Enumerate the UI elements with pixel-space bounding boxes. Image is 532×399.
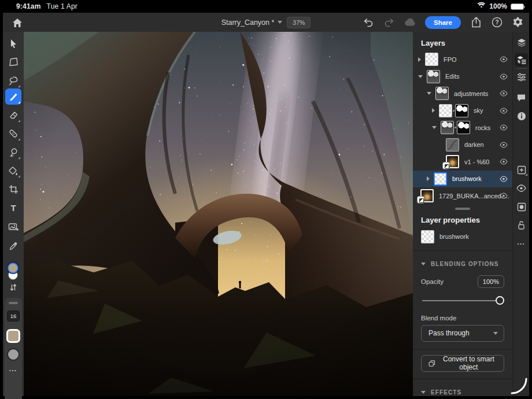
brush-color-swatch[interactable] [6, 329, 20, 343]
eraser-tool[interactable] [5, 107, 21, 123]
opacity-slider-knob[interactable] [496, 296, 504, 305]
disclosure-icon[interactable] [432, 126, 437, 129]
swap-colors-button[interactable] [5, 279, 21, 295]
layer-mask-thumbnail[interactable] [455, 104, 468, 117]
visibility-eye-icon[interactable] [500, 141, 508, 148]
home-button[interactable] [11, 16, 24, 29]
visibility-eye-icon[interactable] [500, 73, 508, 80]
disclosure-icon[interactable] [418, 75, 423, 78]
brush-tool[interactable] [5, 88, 21, 105]
layer-mask-thumbnail[interactable] [457, 121, 470, 134]
panel-resize-handle[interactable] [455, 208, 470, 210]
convert-to-smart-object-button[interactable]: Convert to smart object [421, 355, 504, 372]
opacity-value-field[interactable]: 100% [478, 275, 504, 288]
move-tool[interactable] [5, 35, 21, 51]
layer-thumbnail[interactable] [435, 87, 449, 100]
canvas-artwork [24, 32, 413, 396]
layers-stack-icon [517, 38, 526, 47]
effects-header[interactable]: EFFECTS [413, 382, 512, 398]
document-canvas[interactable] [24, 32, 413, 396]
visibility-eye-icon[interactable] [500, 90, 508, 97]
transform-tool-icon [9, 57, 19, 66]
chevron-down-icon [278, 21, 282, 24]
status-time: 9:41am [16, 2, 41, 10]
eyedropper-tool[interactable] [5, 238, 21, 254]
layer-properties-panel-button[interactable] [515, 53, 528, 66]
layer-row-rocks[interactable]: rocks [413, 119, 512, 136]
visibility-eye-icon[interactable] [500, 124, 508, 131]
layer-thumbnail[interactable] [425, 53, 438, 66]
brush-size-value[interactable]: 16 [7, 311, 20, 322]
layer-row-fpo[interactable]: FPO [413, 51, 512, 68]
opacity-slider[interactable] [422, 296, 503, 305]
document-title[interactable]: Starry_Canyon * [221, 19, 283, 27]
tool-options-more-button[interactable]: ••• [5, 368, 22, 372]
place-photo-tool[interactable] [5, 219, 21, 235]
smart-object-badge [443, 162, 449, 169]
properties-layer-thumbnail [421, 230, 434, 243]
layer-row-v1[interactable]: v1 - %60 [413, 153, 512, 171]
type-tool[interactable]: T [5, 200, 21, 216]
redo-button[interactable] [383, 17, 395, 28]
status-bar: 9:41amTue 1 Apr 100% [0, 0, 532, 13]
layer-row-darken[interactable]: darken [413, 136, 512, 154]
help-icon[interactable]: ? [491, 17, 503, 28]
layer-properties-section: Layer properties brushwork BLENDING OPTI… [413, 212, 512, 399]
add-layer-button[interactable] [515, 163, 528, 176]
chevron-down-icon [421, 391, 426, 394]
brush-tool-icon [9, 92, 19, 102]
brush-opacity-indicator[interactable] [7, 348, 20, 361]
crop-tool[interactable] [5, 181, 21, 197]
disclosure-icon[interactable] [427, 92, 431, 95]
disclosure-icon[interactable] [427, 176, 430, 181]
export-icon[interactable] [470, 17, 482, 28]
visibility-eye-icon[interactable] [500, 193, 508, 200]
visibility-eye-icon[interactable] [500, 107, 508, 114]
lasso-tool-icon [8, 76, 19, 86]
tool-options-handle[interactable] [9, 302, 18, 304]
layer-thumbnail[interactable] [441, 121, 454, 134]
zoom-level-badge[interactable]: 37% [287, 17, 311, 28]
layer-visibility-button[interactable] [515, 182, 528, 195]
disclosure-icon[interactable] [432, 108, 435, 113]
properties-layer-name: brushwork [439, 233, 512, 240]
left-toolbar: T 16 ••• [3, 32, 24, 396]
blend-mode-select[interactable]: Pass through [421, 325, 504, 342]
layer-row-sky[interactable]: sky [413, 102, 512, 120]
comment-bubble-icon [517, 94, 526, 102]
settings-gear-icon[interactable] [512, 17, 523, 28]
opacity-label: Opacity [421, 278, 444, 285]
layer-thumbnail[interactable] [427, 70, 440, 83]
layers-view-button[interactable] [515, 36, 528, 49]
clone-stamp-tool[interactable] [5, 144, 21, 160]
smart-object-thumbnail[interactable] [420, 189, 434, 202]
layer-row-adjustments[interactable]: adjustments [413, 85, 512, 102]
cloud-sync-icon[interactable] [404, 17, 416, 28]
transform-tool[interactable] [5, 54, 21, 70]
adjustments-panel-button[interactable] [515, 71, 528, 84]
smart-object-thumbnail[interactable] [446, 155, 459, 168]
blending-options-header[interactable]: BLENDING OPTIONS [413, 253, 512, 269]
visibility-eye-icon[interactable] [500, 175, 508, 182]
visibility-eye-icon[interactable] [500, 56, 508, 63]
visibility-eye-icon[interactable] [500, 158, 508, 165]
lasso-select-tool[interactable] [5, 72, 21, 88]
foreground-color-chip[interactable] [8, 263, 19, 274]
adjustment-layer-thumbnail[interactable] [446, 138, 459, 152]
info-button[interactable] [515, 109, 528, 123]
more-options-button[interactable]: ••• [515, 237, 528, 250]
selected-layer-thumbnail[interactable] [434, 172, 447, 186]
layer-row-background-image[interactable]: 1729_BURKA...anced-NR33 [413, 187, 512, 205]
share-button[interactable]: Share [425, 16, 461, 29]
comments-button[interactable] [515, 91, 528, 104]
layer-row-brushwork-selected[interactable]: brushwork [413, 171, 512, 188]
disclosure-icon[interactable] [418, 57, 421, 62]
fill-tool[interactable] [5, 162, 21, 179]
undo-button[interactable] [363, 17, 374, 28]
lock-layer-button[interactable] [515, 219, 528, 232]
layer-thumbnail[interactable] [439, 104, 452, 117]
healing-brush-tool[interactable] [5, 125, 21, 142]
add-mask-button[interactable] [515, 200, 528, 213]
screen-corner-arc [511, 378, 528, 395]
layer-row-edits[interactable]: Edits [413, 68, 512, 86]
